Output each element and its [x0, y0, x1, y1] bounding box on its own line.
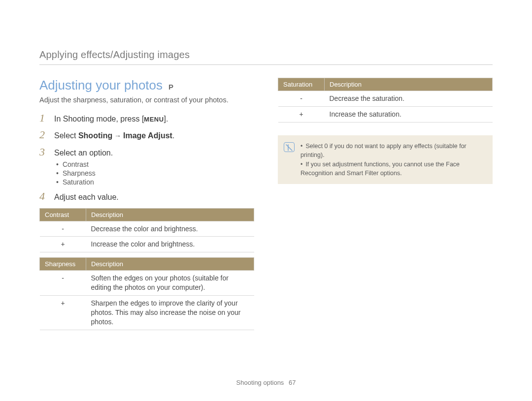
page-footer: Shooting options 67 [0, 379, 532, 386]
table-row: + Increase the color and brightness. [40, 237, 254, 252]
table-header: Description [325, 78, 493, 91]
saturation-table: Saturation Description - Decrease the sa… [278, 78, 493, 123]
section-title-text: Adjusting your photos [39, 78, 163, 93]
table-cell-key: + [40, 296, 86, 330]
right-column: Saturation Description - Decrease the sa… [278, 78, 493, 330]
table-cell-desc: Increase the saturation. [325, 106, 493, 122]
step-text: Adjust each value. [54, 192, 119, 203]
list-item: Sharpness [56, 169, 254, 177]
menu-key-icon: MENU [144, 115, 164, 124]
note-item: If you set adjustment functions, you can… [300, 160, 486, 178]
note-icon [284, 142, 295, 152]
mode-indicator: P [168, 83, 173, 91]
left-column: Adjusting your photos P Adjust the sharp… [39, 78, 254, 330]
step-3: 3 Select an option. [39, 146, 254, 158]
list-item: Saturation [56, 178, 254, 186]
table-cell-desc: Soften the edges on your photos (suitabl… [86, 271, 254, 296]
contrast-table: Contrast Description - Decrease the colo… [39, 208, 254, 253]
step-4: 4 Adjust each value. [39, 190, 254, 203]
step-text: Select Shooting → Image Adjust. [54, 130, 174, 141]
step-2: 2 Select Shooting → Image Adjust. [39, 128, 254, 141]
table-row: - Soften the edges on your photos (suita… [40, 271, 254, 296]
breadcrumb: Applying effects/Adjusting images [39, 49, 493, 65]
list-item: Contrast [56, 160, 254, 168]
table-header: Description [86, 258, 254, 271]
table-cell-key: - [278, 91, 325, 107]
table-header: Description [86, 208, 254, 221]
sharpness-table: Sharpness Description - Soften the edges… [39, 257, 254, 330]
table-row: + Sharpen the edges to improve the clari… [40, 296, 254, 330]
table-cell-key: + [278, 106, 325, 122]
table-cell-key: - [40, 271, 86, 296]
table-cell-key: + [40, 237, 86, 252]
table-cell-desc: Decrease the color and brightness. [86, 221, 254, 237]
table-row: + Increase the saturation. [278, 106, 493, 122]
note-list: Select 0 if you do not want to apply any… [300, 141, 486, 179]
table-header: Contrast [40, 208, 86, 221]
step-number: 1 [39, 112, 48, 124]
steps-list: 1 In Shooting mode, press [MENU]. 2 Sele… [39, 112, 254, 158]
step-number: 4 [39, 190, 48, 203]
option-list: Contrast Sharpness Saturation [56, 160, 254, 186]
section-title: Adjusting your photos P [39, 78, 254, 93]
table-header: Sharpness [40, 258, 86, 271]
table-header: Saturation [278, 78, 325, 91]
section-subtitle: Adjust the sharpness, saturation, or con… [39, 96, 254, 104]
step-text: Select an option. [54, 148, 113, 158]
step-1: 1 In Shooting mode, press [MENU]. [39, 112, 254, 124]
steps-list-continued: 4 Adjust each value. [39, 190, 254, 203]
page-number: 67 [289, 379, 296, 386]
table-cell-desc: Decrease the saturation. [325, 91, 493, 107]
note-item: Select 0 if you do not want to apply any… [300, 142, 486, 159]
step-text: In Shooting mode, press [MENU]. [54, 114, 168, 124]
note-box: Select 0 if you do not want to apply any… [278, 135, 493, 185]
table-cell-desc: Increase the color and brightness. [86, 237, 254, 252]
table-row: - Decrease the saturation. [278, 91, 493, 107]
table-cell-key: - [40, 221, 86, 237]
step-number: 3 [39, 146, 48, 158]
table-row: - Decrease the color and brightness. [40, 221, 254, 237]
footer-section: Shooting options [236, 379, 284, 386]
step-number: 2 [39, 128, 48, 141]
table-cell-desc: Sharpen the edges to improve the clarity… [86, 296, 254, 330]
manual-page: Applying effects/Adjusting images Adjust… [0, 0, 532, 401]
